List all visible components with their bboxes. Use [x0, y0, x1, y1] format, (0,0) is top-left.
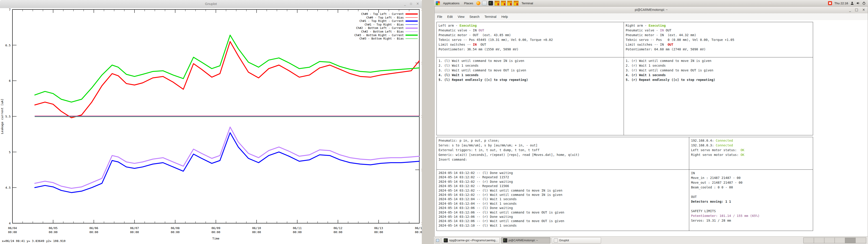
maximize-icon[interactable]: ▫ [410, 2, 412, 6]
applications-menu[interactable]: Applications [441, 0, 462, 6]
terminal-line: 1. (l) Wait until command to move IN is … [438, 59, 623, 63]
left-arm-status-pane: Left arm - ExecutingPneumatic valve - IN… [436, 22, 625, 58]
series-line [35, 127, 419, 188]
terminal-line: Left arm - Executing [438, 23, 623, 28]
power-icon[interactable] [862, 1, 866, 5]
terminal-line [691, 190, 811, 194]
terminal-line: 2024-05-14 03:12:04 -- (r) Wait 1 second… [438, 202, 687, 206]
workspace-cell-5[interactable] [845, 238, 856, 243]
y-tick-label: 4 [9, 222, 11, 225]
legend-label: Ch#1 - Top Right - Bias [365, 23, 404, 26]
terminal-line: 2024-05-14 03:12:02 -- (r) Done waiting [438, 180, 687, 184]
legend-label: Ch#2 - Bottom Left - Current [356, 26, 404, 30]
minimize-icon[interactable]: _ [849, 8, 851, 12]
terminal-line: 2024-05-14 03:12:02 -- (l) Wait until co… [438, 188, 687, 193]
terminal-line: 2024-05-14 03:12:06 -- (r) Done waiting [438, 215, 687, 219]
motor-icon[interactable]: Motor [514, 1, 519, 6]
terminal-line: 2024-05-14 03:12:04 -- (l) Wait 1 second… [438, 197, 687, 201]
x-tick-label: 00:00 [170, 231, 180, 234]
terminal-line: 4. (r) Wait 1 seconds [626, 73, 811, 78]
terminal-line: Potentiometer: 64.60 mm (2740 mV, 5090 m… [626, 47, 811, 52]
maximize-icon[interactable]: □ [855, 8, 858, 12]
terminal-body[interactable]: Left arm - ExecutingPneumatic valve - IN… [435, 20, 868, 236]
x-tick-label: 06/08 [170, 226, 180, 230]
menu-item-terminal[interactable]: Terminal [482, 15, 499, 19]
workspace-cell-4[interactable] [835, 238, 845, 243]
x-tick-label: 00:00 [130, 231, 139, 234]
gnuplot-plot-canvas[interactable]: 06/0400:0006/0500:0006/0600:0006/0700:00… [0, 8, 422, 244]
terminal-icon[interactable] [489, 1, 493, 5]
x-tick-label: 06/09 [211, 226, 220, 230]
terminal-icon [503, 238, 507, 242]
terminal-window: pi@CARMEmotorspi: ~ _ □ × FileEditViewSe… [434, 6, 868, 237]
terminal-line: Pneumatic valve - IN OUT [626, 28, 811, 33]
terminal-line: Move_in : 21487 21487 - 00 [691, 176, 811, 180]
x-tick-label: 00:00 [252, 231, 261, 234]
close-icon[interactable]: × [862, 8, 865, 12]
show-desktop-button[interactable] [435, 238, 440, 243]
x-tick-label: 06/14 [415, 226, 422, 230]
workspace-switcher[interactable] [803, 238, 866, 243]
terminal-line: 2024-05-14 03:12:06 -- (r) Wait until co… [438, 219, 687, 223]
y-tick-label: 6.5 [5, 43, 11, 47]
y-tick-label: 5.5 [5, 115, 11, 118]
close-icon[interactable]: × [416, 2, 419, 6]
y-tick-label: 4.5 [5, 186, 11, 189]
workspace-cell-2[interactable] [814, 238, 825, 243]
workspace-cell-6[interactable] [856, 238, 866, 243]
window-list-taskbar: npg@carme-gsi:~/Programs/caenlog...pi@CA… [434, 236, 868, 244]
gnuplot-titlebar[interactable]: Gnuplot _ ▫ × [0, 0, 422, 8]
minimize-icon[interactable]: _ [404, 2, 406, 6]
y2-tick-label: 120 [421, 115, 422, 118]
clock[interactable]: Thu 22:16 [834, 2, 848, 5]
terminal-line: 5. (r) Repeat endlessly ([c] to stop rep… [626, 78, 811, 82]
distro-menu-icon[interactable] [436, 1, 440, 5]
menu-item-search[interactable]: Search [467, 15, 482, 19]
legend-label: Ch#3 - Bottom Right - Bias [360, 37, 404, 40]
command-help-pane[interactable]: Pneumatic: p in, p out, p close;Servo: s… [436, 137, 689, 170]
files-icon[interactable] [482, 1, 487, 5]
terminal-line: IN [691, 171, 811, 176]
legend-label: Ch#0 - Top Left - Bias [366, 16, 404, 19]
y2-tick-label: 110 [421, 222, 422, 225]
terminal-line: Servos: 19.31 / 28 mm [691, 218, 811, 223]
terminal-line: Insert command: [438, 157, 687, 162]
right-arm-steps-pane: 1. (r) Wait until command to move IN is … [624, 57, 813, 135]
x-axis-label: Time [212, 237, 219, 240]
volume-icon[interactable] [856, 1, 860, 5]
terminal-icon [444, 238, 448, 242]
terminal-line: 2. (l) Wait 1 seconds [438, 63, 623, 68]
terminal-line: Left servo motor status: OK [691, 148, 811, 152]
workspace-cell-3[interactable] [825, 238, 835, 243]
motor-icon[interactable]: Motor [495, 1, 500, 6]
motor-icon[interactable]: Motor [507, 1, 512, 6]
taskbar-button[interactable]: pi@CARMEmotorspi: ~ [501, 237, 550, 244]
terminal-line: Servo: s to [au/mm/um], s by [au/mm/um; … [438, 143, 687, 148]
terminal-line: Limit switches -- IN OUT [626, 42, 811, 47]
x-tick-label: 00:00 [333, 231, 342, 234]
user-status-icon[interactable] [850, 1, 854, 5]
x-tick-label: 00:00 [49, 231, 57, 234]
notification-icon[interactable] [828, 1, 832, 5]
menu-item-help[interactable]: Help [499, 15, 510, 19]
y-tick-label: 6 [9, 79, 11, 83]
series-line [35, 41, 419, 118]
x-tick-label: 00:00 [8, 231, 17, 234]
terminal-launcher-label[interactable]: Terminal [519, 0, 535, 6]
x-tick-label: 06/07 [130, 226, 139, 230]
places-menu[interactable]: Places [462, 0, 475, 6]
gnuplot-window: Gnuplot _ ▫ × 06/0400:0006/0500:0006/060… [0, 0, 422, 244]
motor-icon[interactable]: Motor [501, 1, 506, 6]
motor-launcher-group: MotorMotorMotorMotor [494, 1, 519, 6]
x-tick-label: 06/13 [374, 226, 383, 230]
terminal-titlebar[interactable]: pi@CARMEmotorspi: ~ _ □ × [435, 6, 868, 13]
menu-item-file[interactable]: File [435, 15, 445, 19]
workspace-cell-1[interactable] [804, 238, 814, 243]
terminal-menubar: FileEditViewSearchTerminalHelp [435, 13, 868, 20]
firefox-icon[interactable] [476, 1, 480, 5]
menu-item-view[interactable]: View [455, 15, 467, 19]
x-tick-label: 06/05 [49, 226, 57, 230]
taskbar-button[interactable]: Gnuplot [552, 237, 601, 244]
menu-item-edit[interactable]: Edit [445, 15, 455, 19]
taskbar-button[interactable]: npg@carme-gsi:~/Programs/caenlog... [442, 237, 500, 244]
